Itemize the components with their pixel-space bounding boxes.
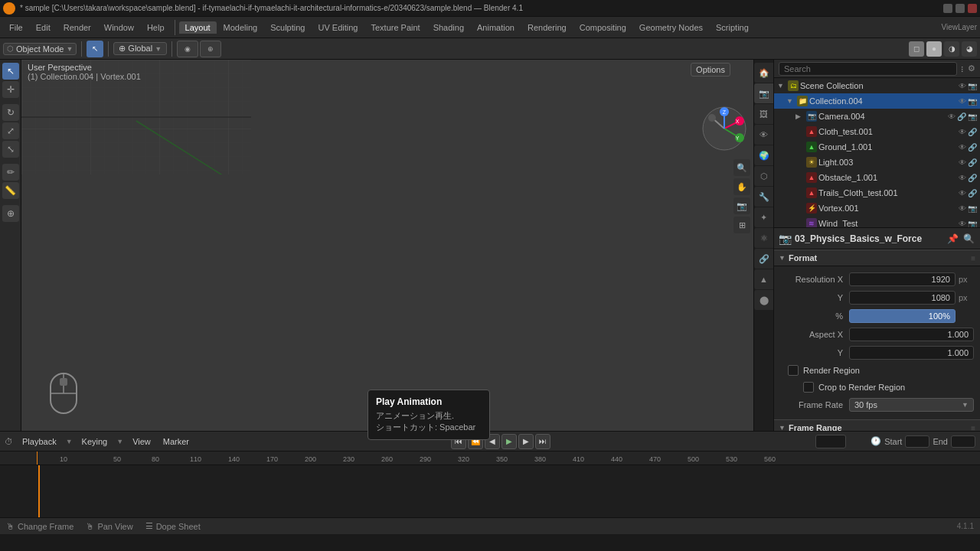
- move-tool[interactable]: ✛: [2, 81, 19, 98]
- mode-selector[interactable]: ⬡ Object Mode ▼: [3, 43, 77, 55]
- tab-modeling[interactable]: Modeling: [217, 21, 264, 34]
- nav-gizmo[interactable]: X Y Z: [701, 106, 747, 153]
- crop-to-render-checkbox[interactable]: [803, 382, 814, 393]
- wind-item[interactable]: ≋ Wind_Test 👁 📷: [774, 216, 980, 228]
- prop-tab-world[interactable]: 🌍: [754, 145, 774, 165]
- prop-tab-view[interactable]: 👁: [754, 125, 774, 145]
- view-menu[interactable]: View: [129, 435, 154, 448]
- keying-menu[interactable]: Keying: [79, 435, 111, 448]
- start-frame-input[interactable]: 1: [905, 435, 929, 448]
- tab-scripting[interactable]: Scripting: [710, 21, 755, 34]
- global-selector[interactable]: ⊕ Global ▼: [113, 42, 167, 55]
- playback-menu[interactable]: Playback: [19, 435, 60, 448]
- play-btn[interactable]: ▶: [501, 434, 517, 449]
- prop-tab-output[interactable]: 🖼: [754, 104, 774, 124]
- tab-sculpting[interactable]: Sculpting: [264, 21, 311, 34]
- material-btn[interactable]: ◑: [944, 41, 959, 57]
- zoom-icon[interactable]: 🔍: [733, 159, 750, 176]
- tab-window[interactable]: Window: [98, 21, 140, 34]
- next-keyframe-btn[interactable]: ▶: [518, 434, 534, 449]
- format-section-header[interactable]: ▼ Format ≡: [774, 249, 980, 266]
- wind-hide-icon[interactable]: 👁: [959, 220, 966, 228]
- collection-004-item[interactable]: ▼ 📁 Collection.004 👁 📷: [774, 93, 980, 109]
- scale-tool[interactable]: ⤢: [2, 122, 19, 139]
- camera-004-item[interactable]: ▶ 📷 Camera.004 👁 🔗 📷: [774, 109, 980, 124]
- cloth-hide-icon[interactable]: 👁: [959, 128, 966, 136]
- obstacle-item[interactable]: ▲ Obstacle_1.001 👁 🔗: [774, 170, 980, 185]
- trails-item[interactable]: ▲ Trails_Cloth_test.001 👁 🔗: [774, 185, 980, 201]
- tab-edit[interactable]: Edit: [30, 21, 57, 34]
- scene-collection-expand[interactable]: ▼: [777, 82, 786, 90]
- resolution-pct-value[interactable]: 100%: [849, 309, 956, 323]
- trails-hide-icon[interactable]: 👁: [959, 189, 966, 197]
- window-controls[interactable]: [943, 4, 977, 13]
- prop-tab-object[interactable]: ⬡: [754, 166, 774, 186]
- vis-icon-render[interactable]: 📷: [968, 82, 977, 90]
- solid-btn[interactable]: ●: [926, 41, 942, 57]
- prop-pin-icon[interactable]: 📌: [946, 233, 959, 245]
- camera-004-expand[interactable]: ▶: [795, 112, 805, 120]
- frame-range-menu[interactable]: ≡: [971, 424, 975, 432]
- frame-range-section-header[interactable]: ▼ Frame Range ≡: [774, 419, 980, 431]
- jump-end-btn[interactable]: ⏭: [535, 434, 550, 449]
- cam004-hide-icon[interactable]: 👁: [948, 112, 956, 121]
- rotate-tool[interactable]: ↻: [2, 104, 19, 121]
- resolution-y-value[interactable]: 1080: [849, 291, 956, 305]
- vortex-hide-icon[interactable]: 👁: [959, 204, 966, 213]
- aspect-y-value[interactable]: 1.000: [849, 346, 974, 360]
- tab-animation[interactable]: Animation: [471, 21, 521, 34]
- tab-shading[interactable]: Shading: [427, 21, 470, 34]
- cursor-tool[interactable]: ↖: [2, 63, 19, 80]
- close-button[interactable]: [968, 4, 977, 13]
- render-region-checkbox[interactable]: [788, 365, 799, 376]
- camera-icon[interactable]: 📷: [733, 197, 750, 214]
- marker-menu[interactable]: Marker: [160, 435, 192, 448]
- select-tool[interactable]: ↖: [87, 41, 103, 57]
- cam004-link-icon[interactable]: 🔗: [957, 112, 966, 121]
- obstacle-link-icon[interactable]: 🔗: [968, 174, 977, 182]
- overlay-btn[interactable]: ◉: [177, 41, 198, 57]
- prop-tab-constraints[interactable]: 🔗: [754, 249, 774, 269]
- trails-link-icon[interactable]: 🔗: [968, 189, 977, 197]
- timeline-track[interactable]: [0, 465, 980, 517]
- obstacle-hide-icon[interactable]: 👁: [959, 174, 966, 182]
- outliner-settings-icon[interactable]: ⚙: [968, 64, 975, 73]
- wireframe-btn[interactable]: ◻: [909, 41, 924, 57]
- measure-tool[interactable]: 📏: [2, 182, 19, 199]
- outliner-search[interactable]: [779, 62, 957, 76]
- current-frame-input[interactable]: 1: [815, 435, 846, 448]
- minimize-button[interactable]: [943, 4, 952, 13]
- tab-compositing[interactable]: Compositing: [573, 21, 632, 34]
- cam004-render-icon[interactable]: 📷: [968, 112, 977, 121]
- vortex-render-icon[interactable]: 📷: [968, 204, 977, 213]
- light-hide-icon[interactable]: 👁: [959, 158, 966, 167]
- tab-help[interactable]: Help: [141, 21, 171, 34]
- end-frame-input[interactable]: 120: [951, 435, 975, 448]
- prop-tab-material[interactable]: ⬤: [754, 290, 774, 310]
- rendered-btn[interactable]: ◕: [962, 41, 977, 57]
- prop-tab-modifier[interactable]: 🔧: [754, 187, 774, 207]
- cloth-test-item[interactable]: ▲ Cloth_test.001 👁 🔗: [774, 124, 980, 139]
- tab-uv-editing[interactable]: UV Editing: [312, 21, 364, 34]
- prop-search-icon[interactable]: 🔍: [962, 233, 975, 245]
- ground-hide-icon[interactable]: 👁: [959, 143, 966, 152]
- grid-icon[interactable]: ⊞: [733, 217, 750, 233]
- annotate-tool[interactable]: ✏: [2, 164, 19, 181]
- ground-link-icon[interactable]: 🔗: [968, 143, 977, 152]
- ground-item[interactable]: ▲ Ground_1.001 👁 🔗: [774, 139, 980, 155]
- scene-collection-item[interactable]: ▼ 🗂 Scene Collection 👁 📷: [774, 78, 980, 93]
- viewport[interactable]: User Perspective (1) Collection.004 | Vo…: [21, 60, 753, 431]
- cloth-link-icon[interactable]: 🔗: [968, 128, 977, 136]
- vis-icon-hide[interactable]: 👁: [959, 82, 966, 90]
- prop-tab-data[interactable]: ▲: [754, 269, 774, 289]
- wind-render-icon[interactable]: 📷: [968, 220, 977, 228]
- collection-004-expand[interactable]: ▼: [786, 97, 795, 105]
- prop-tab-physics[interactable]: ⚛: [754, 228, 774, 248]
- prop-tab-render[interactable]: 📷: [754, 83, 774, 103]
- aspect-x-value[interactable]: 1.000: [849, 328, 974, 341]
- maximize-button[interactable]: [956, 4, 965, 13]
- frame-rate-dropdown[interactable]: 30 fps ▼: [849, 398, 974, 412]
- tab-layout[interactable]: Layout: [179, 21, 217, 34]
- light-link-icon[interactable]: 🔗: [968, 158, 977, 167]
- hand-icon[interactable]: ✋: [733, 178, 750, 195]
